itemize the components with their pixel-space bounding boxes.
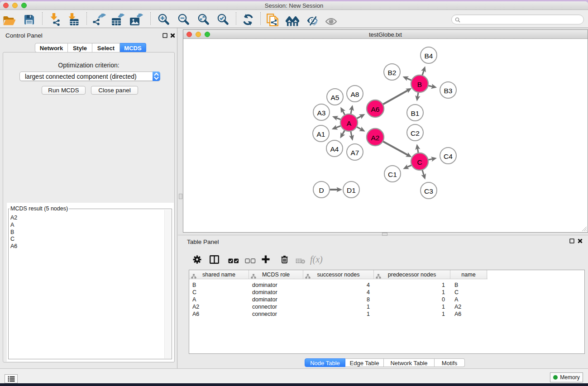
svg-text:B2: B2 [388, 69, 397, 76]
svg-text:C4: C4 [444, 152, 453, 160]
svg-text:A8: A8 [351, 91, 359, 98]
svg-text:A5: A5 [331, 94, 339, 101]
svg-text:D1: D1 [347, 186, 356, 194]
svg-text:B3: B3 [444, 87, 453, 95]
svg-text:A7: A7 [351, 149, 359, 157]
svg-text:C3: C3 [424, 187, 433, 195]
svg-text:A4: A4 [330, 145, 339, 153]
svg-text:B1: B1 [411, 110, 420, 117]
svg-text:A2: A2 [371, 134, 380, 142]
svg-text:A: A [347, 119, 352, 127]
svg-text:C: C [417, 158, 422, 166]
svg-text:D: D [319, 186, 324, 194]
svg-text:B4: B4 [425, 52, 433, 60]
svg-text:A3: A3 [317, 109, 326, 117]
svg-text:A6: A6 [371, 105, 380, 113]
svg-text:A1: A1 [317, 130, 325, 138]
svg-text:B: B [417, 81, 422, 88]
svg-text:C2: C2 [411, 129, 420, 137]
svg-text:C1: C1 [388, 171, 397, 178]
